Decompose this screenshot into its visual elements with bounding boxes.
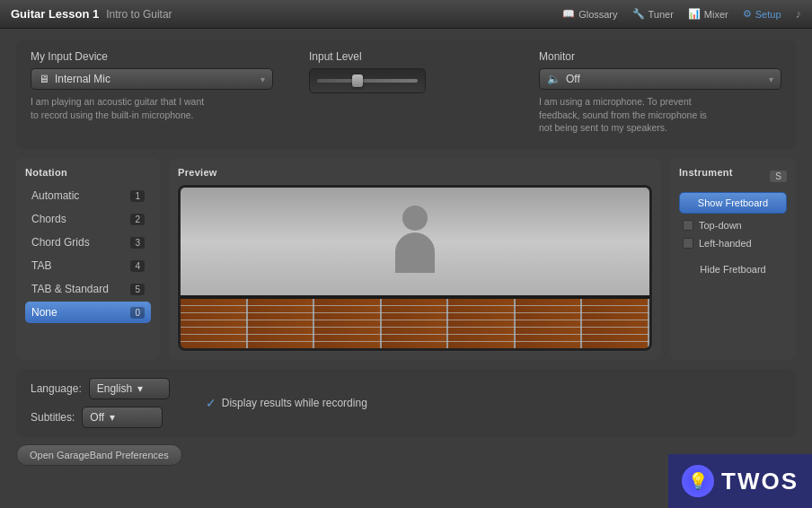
display-results-label: Display results while recording <box>222 397 367 409</box>
input-level-group: Input Level <box>309 50 503 135</box>
glossary-button[interactable]: 📖 Glossary <box>562 8 617 20</box>
monitor-desc: I am using a microphone. To prevent feed… <box>539 95 719 135</box>
notation-item-tab-&-standard[interactable]: TAB & Standard 5 <box>25 278 151 300</box>
twos-logo: 💡 <box>682 465 714 497</box>
notation-item-label: Chords <box>31 213 66 225</box>
gear-icon: ⚙ <box>743 8 752 20</box>
notation-panel-title: Notation <box>25 167 151 178</box>
form-rows: Language: English ▾ Subtitles: Off ▾ <box>31 378 170 428</box>
main-content: My Input Device 🖥 Internal Mic ▾ I am pl… <box>0 29 812 508</box>
input-level-label: Input Level <box>309 50 503 63</box>
left-handed-checkbox[interactable] <box>683 238 693 249</box>
top-down-row: Top-down <box>679 217 787 233</box>
preview-screen <box>178 185 652 351</box>
tuner-button[interactable]: 🔧 Tuner <box>632 8 674 20</box>
language-select-arrow: ▾ <box>137 382 143 395</box>
display-results-row: ✓ Display results while recording <box>206 396 367 410</box>
avatar-body <box>395 232 435 273</box>
topbar-left: Guitar Lesson 1 Intro to Guitar <box>11 7 172 21</box>
input-device-select-content: 🖥 Internal Mic <box>39 73 110 85</box>
instrument-badge: S <box>770 171 787 182</box>
slider-track <box>317 79 418 83</box>
show-fretboard-button[interactable]: Show Fretboard <box>679 192 787 214</box>
slider-thumb <box>352 74 363 87</box>
input-device-value: Internal Mic <box>55 73 110 85</box>
instrument-header: Instrument S <box>679 167 787 185</box>
avatar-head <box>402 206 428 231</box>
string-1 <box>181 305 649 306</box>
language-row: Language: English ▾ <box>31 378 170 399</box>
left-handed-label: Left-handed <box>699 238 752 249</box>
glossary-icon: 📖 <box>562 8 575 20</box>
notation-item-chords[interactable]: Chords 2 <box>25 208 151 230</box>
subtitles-row: Subtitles: Off ▾ <box>31 407 170 428</box>
bottom-bar: Language: English ▾ Subtitles: Off ▾ ✓ D… <box>16 369 796 437</box>
monitor-value: Off <box>566 73 580 85</box>
notation-items-container: Automatic 1 Chords 2 Chord Grids 3 TAB 4… <box>25 185 151 323</box>
subtitles-label: Subtitles: <box>31 411 75 424</box>
input-device-group: My Input Device 🖥 Internal Mic ▾ I am pl… <box>31 50 273 135</box>
preview-panel: Preview <box>169 158 661 360</box>
setup-button[interactable]: ⚙ Setup <box>743 8 781 20</box>
notation-item-badge: 1 <box>130 190 145 202</box>
notation-item-badge: 5 <box>130 284 145 295</box>
instrument-panel: Instrument S Show Fretboard Top-down Lef… <box>670 158 796 360</box>
left-handed-row: Left-handed <box>679 235 787 251</box>
input-device-select[interactable]: 🖥 Internal Mic ▾ <box>31 68 273 90</box>
subtitles-select-arrow: ▾ <box>110 411 115 424</box>
preview-panel-title: Preview <box>178 167 652 178</box>
open-prefs-button[interactable]: Open GarageBand Preferences <box>16 444 182 466</box>
glossary-label: Glossary <box>578 9 617 20</box>
notation-item-badge: 0 <box>130 307 145 319</box>
notation-item-badge: 4 <box>130 260 145 272</box>
notation-item-label: Automatic <box>31 189 79 202</box>
lesson-subtitle: Intro to Guitar <box>106 8 172 21</box>
string-6 <box>181 341 649 342</box>
tuner-label: Tuner <box>649 9 674 20</box>
string-3 <box>181 320 649 320</box>
guitar-strings <box>181 299 649 348</box>
speaker-icon: 🔈 <box>547 73 560 85</box>
notation-item-label: TAB <box>31 259 51 272</box>
notation-item-label: None <box>31 306 57 319</box>
input-device-desc: I am playing an acoustic guitar that I w… <box>31 95 210 121</box>
monitor-select[interactable]: 🔈 Off ▾ <box>539 68 781 90</box>
monitor-label: Monitor <box>539 50 781 63</box>
notation-item-chord-grids[interactable]: Chord Grids 3 <box>25 232 151 253</box>
panels-row: Notation Automatic 1 Chords 2 Chord Grid… <box>16 158 796 360</box>
mixer-button[interactable]: 📊 Mixer <box>688 8 728 20</box>
notation-item-label: TAB & Standard <box>31 283 109 295</box>
monitor-select-content: 🔈 Off <box>547 73 580 85</box>
topbar: Guitar Lesson 1 Intro to Guitar 📖 Glossa… <box>0 0 812 29</box>
mixer-label: Mixer <box>704 9 728 20</box>
subtitles-select[interactable]: Off ▾ <box>82 407 163 428</box>
hide-fretboard-button[interactable]: Hide Fretboard <box>679 258 787 280</box>
music-icon: ♪ <box>796 7 802 21</box>
language-select[interactable]: English ▾ <box>89 378 170 399</box>
mixer-icon: 📊 <box>688 8 701 20</box>
tuner-icon: 🔧 <box>632 8 645 20</box>
select-arrow-monitor: ▾ <box>769 74 773 84</box>
input-level-slider[interactable] <box>309 68 426 93</box>
string-2 <box>181 312 649 313</box>
notation-item-automatic[interactable]: Automatic 1 <box>25 185 151 206</box>
topbar-right: 📖 Glossary 🔧 Tuner 📊 Mixer ⚙ Setup ♪ <box>562 7 801 21</box>
avatar <box>388 206 442 277</box>
top-down-checkbox[interactable] <box>683 220 693 231</box>
guitar-preview <box>181 299 649 348</box>
input-device-label: My Input Device <box>31 50 273 63</box>
preview-video-area <box>181 188 649 295</box>
top-down-label: Top-down <box>699 220 742 231</box>
notation-item-badge: 2 <box>130 214 145 225</box>
subtitles-value: Off <box>90 411 104 424</box>
instrument-panel-title: Instrument <box>679 167 733 178</box>
notation-item-tab[interactable]: TAB 4 <box>25 255 151 276</box>
notation-panel: Notation Automatic 1 Chords 2 Chord Grid… <box>16 158 160 360</box>
setup-label: Setup <box>755 9 781 20</box>
string-5 <box>181 334 649 335</box>
select-arrow-device: ▾ <box>260 74 265 84</box>
string-4 <box>181 327 649 328</box>
notation-item-none[interactable]: None 0 <box>25 302 151 323</box>
monitor-icon-small: 🖥 <box>39 73 49 85</box>
checkmark-icon: ✓ <box>206 396 216 410</box>
